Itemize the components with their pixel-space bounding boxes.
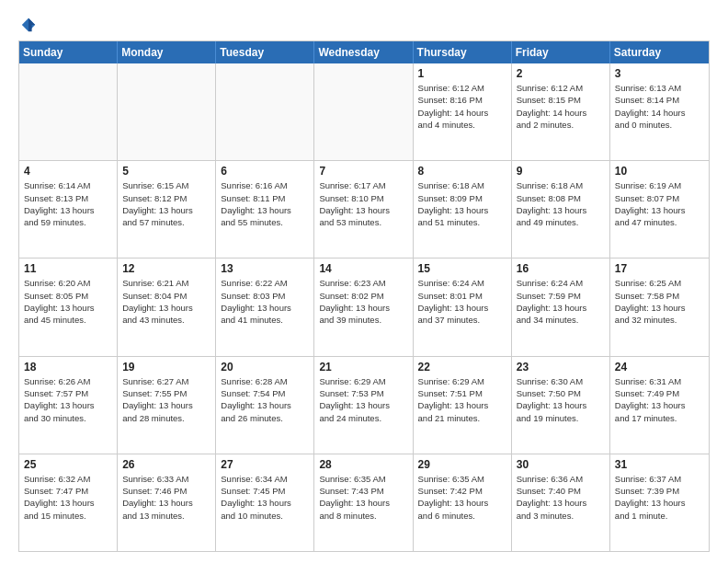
day-number: 3 — [615, 67, 704, 80]
day-number: 22 — [418, 361, 506, 373]
day-info: Sunrise: 6:35 AMSunset: 7:42 PMDaylight:… — [418, 473, 506, 522]
calendar-cell: 29Sunrise: 6:35 AMSunset: 7:42 PMDayligh… — [414, 454, 512, 551]
day-number: 2 — [517, 67, 605, 80]
calendar-cell: 20Sunrise: 6:28 AMSunset: 7:54 PMDayligh… — [216, 357, 314, 454]
day-info: Sunrise: 6:24 AMSunset: 7:59 PMDaylight:… — [517, 277, 605, 326]
calendar-cell: 16Sunrise: 6:24 AMSunset: 7:59 PMDayligh… — [512, 259, 610, 355]
day-info: Sunrise: 6:17 AMSunset: 8:10 PMDaylight:… — [319, 179, 407, 228]
calendar-header-cell: Friday — [512, 41, 610, 63]
calendar-cell: 26Sunrise: 6:33 AMSunset: 7:46 PMDayligh… — [118, 454, 216, 551]
day-info: Sunrise: 6:20 AMSunset: 8:05 PMDaylight:… — [24, 277, 112, 326]
day-number: 31 — [615, 458, 704, 471]
day-number: 6 — [221, 165, 309, 178]
calendar-cell: 3Sunrise: 6:13 AMSunset: 8:14 PMDaylight… — [610, 63, 709, 160]
day-info: Sunrise: 6:19 AMSunset: 8:07 PMDaylight:… — [615, 179, 704, 228]
day-info: Sunrise: 6:33 AMSunset: 7:46 PMDaylight:… — [122, 473, 210, 522]
logo — [18, 17, 37, 33]
calendar-wrapper: SundayMondayTuesdayWednesdayThursdayFrid… — [18, 40, 710, 552]
day-info: Sunrise: 6:26 AMSunset: 7:57 PMDaylight:… — [24, 375, 112, 424]
day-number: 9 — [517, 165, 605, 178]
day-info: Sunrise: 6:27 AMSunset: 7:55 PMDaylight:… — [122, 375, 210, 424]
page: SundayMondayTuesdayWednesdayThursdayFrid… — [0, 0, 728, 563]
calendar-header: SundayMondayTuesdayWednesdayThursdayFrid… — [19, 41, 709, 63]
svg-marker-1 — [28, 18, 35, 31]
calendar-cell: 19Sunrise: 6:27 AMSunset: 7:55 PMDayligh… — [118, 357, 216, 454]
day-number: 8 — [418, 165, 506, 178]
day-info: Sunrise: 6:25 AMSunset: 7:58 PMDaylight:… — [615, 277, 704, 326]
day-number: 11 — [24, 262, 112, 275]
day-number: 25 — [24, 458, 112, 471]
day-number: 13 — [221, 262, 309, 275]
day-info: Sunrise: 6:16 AMSunset: 8:11 PMDaylight:… — [221, 179, 309, 228]
day-info: Sunrise: 6:23 AMSunset: 8:02 PMDaylight:… — [319, 277, 407, 326]
day-number: 26 — [122, 458, 210, 471]
calendar-header-cell: Wednesday — [314, 41, 413, 63]
day-number: 5 — [122, 165, 210, 178]
calendar-header-cell: Tuesday — [216, 41, 314, 63]
day-info: Sunrise: 6:18 AMSunset: 8:09 PMDaylight:… — [418, 179, 506, 228]
day-number: 10 — [615, 165, 704, 178]
calendar-header-cell: Monday — [118, 41, 216, 63]
calendar-header-cell: Thursday — [414, 41, 512, 63]
calendar-cell: 25Sunrise: 6:32 AMSunset: 7:47 PMDayligh… — [19, 454, 118, 551]
calendar-cell: 15Sunrise: 6:24 AMSunset: 8:01 PMDayligh… — [414, 259, 512, 355]
day-number: 7 — [319, 165, 407, 178]
day-info: Sunrise: 6:29 AMSunset: 7:51 PMDaylight:… — [418, 375, 506, 424]
day-info: Sunrise: 6:30 AMSunset: 7:50 PMDaylight:… — [517, 375, 605, 424]
calendar-cell: 4Sunrise: 6:14 AMSunset: 8:13 PMDaylight… — [19, 161, 118, 258]
day-number: 29 — [418, 458, 506, 471]
day-number: 16 — [517, 262, 605, 275]
calendar-cell: 30Sunrise: 6:36 AMSunset: 7:40 PMDayligh… — [512, 454, 610, 551]
day-info: Sunrise: 6:28 AMSunset: 7:54 PMDaylight:… — [221, 375, 309, 424]
day-number: 19 — [122, 361, 210, 373]
day-info: Sunrise: 6:13 AMSunset: 8:14 PMDaylight:… — [615, 82, 704, 131]
calendar-cell: 24Sunrise: 6:31 AMSunset: 7:49 PMDayligh… — [610, 357, 709, 454]
header — [18, 17, 710, 33]
day-number: 12 — [122, 262, 210, 275]
calendar-cell — [314, 63, 413, 160]
day-number: 28 — [319, 458, 407, 471]
day-info: Sunrise: 6:22 AMSunset: 8:03 PMDaylight:… — [221, 277, 309, 326]
calendar-cell — [19, 63, 118, 160]
calendar-cell: 8Sunrise: 6:18 AMSunset: 8:09 PMDaylight… — [414, 161, 512, 258]
day-info: Sunrise: 6:15 AMSunset: 8:12 PMDaylight:… — [122, 179, 210, 228]
calendar-row: 25Sunrise: 6:32 AMSunset: 7:47 PMDayligh… — [19, 454, 709, 551]
day-number: 23 — [517, 361, 605, 373]
calendar-cell: 11Sunrise: 6:20 AMSunset: 8:05 PMDayligh… — [19, 259, 118, 355]
calendar-cell: 9Sunrise: 6:18 AMSunset: 8:08 PMDaylight… — [512, 161, 610, 258]
day-number: 4 — [24, 165, 112, 178]
day-info: Sunrise: 6:36 AMSunset: 7:40 PMDaylight:… — [517, 473, 605, 522]
day-number: 1 — [418, 67, 506, 80]
calendar-cell: 2Sunrise: 6:12 AMSunset: 8:15 PMDaylight… — [512, 63, 610, 160]
calendar-cell: 5Sunrise: 6:15 AMSunset: 8:12 PMDaylight… — [118, 161, 216, 258]
day-number: 21 — [319, 361, 407, 373]
day-number: 20 — [221, 361, 309, 373]
calendar-cell: 22Sunrise: 6:29 AMSunset: 7:51 PMDayligh… — [414, 357, 512, 454]
day-info: Sunrise: 6:12 AMSunset: 8:15 PMDaylight:… — [517, 82, 605, 131]
calendar-cell: 31Sunrise: 6:37 AMSunset: 7:39 PMDayligh… — [610, 454, 709, 551]
day-number: 17 — [615, 262, 704, 275]
calendar-row: 1Sunrise: 6:12 AMSunset: 8:16 PMDaylight… — [19, 63, 709, 161]
day-info: Sunrise: 6:21 AMSunset: 8:04 PMDaylight:… — [122, 277, 210, 326]
calendar-cell: 21Sunrise: 6:29 AMSunset: 7:53 PMDayligh… — [314, 357, 413, 454]
calendar-row: 18Sunrise: 6:26 AMSunset: 7:57 PMDayligh… — [19, 357, 709, 454]
calendar-cell: 23Sunrise: 6:30 AMSunset: 7:50 PMDayligh… — [512, 357, 610, 454]
day-info: Sunrise: 6:24 AMSunset: 8:01 PMDaylight:… — [418, 277, 506, 326]
calendar-cell: 6Sunrise: 6:16 AMSunset: 8:11 PMDaylight… — [216, 161, 314, 258]
day-number: 30 — [517, 458, 605, 471]
calendar-body: 1Sunrise: 6:12 AMSunset: 8:16 PMDaylight… — [19, 63, 709, 551]
day-info: Sunrise: 6:29 AMSunset: 7:53 PMDaylight:… — [319, 375, 407, 424]
calendar-cell: 17Sunrise: 6:25 AMSunset: 7:58 PMDayligh… — [610, 259, 709, 355]
day-number: 14 — [319, 262, 407, 275]
calendar-cell: 27Sunrise: 6:34 AMSunset: 7:45 PMDayligh… — [216, 454, 314, 551]
calendar-row: 11Sunrise: 6:20 AMSunset: 8:05 PMDayligh… — [19, 259, 709, 356]
calendar-cell — [118, 63, 216, 160]
day-number: 18 — [24, 361, 112, 373]
day-info: Sunrise: 6:14 AMSunset: 8:13 PMDaylight:… — [24, 179, 112, 228]
day-info: Sunrise: 6:31 AMSunset: 7:49 PMDaylight:… — [615, 375, 704, 424]
calendar-header-cell: Saturday — [610, 41, 709, 63]
day-info: Sunrise: 6:37 AMSunset: 7:39 PMDaylight:… — [615, 473, 704, 522]
calendar-row: 4Sunrise: 6:14 AMSunset: 8:13 PMDaylight… — [19, 161, 709, 259]
calendar-cell: 13Sunrise: 6:22 AMSunset: 8:03 PMDayligh… — [216, 259, 314, 355]
day-info: Sunrise: 6:35 AMSunset: 7:43 PMDaylight:… — [319, 473, 407, 522]
